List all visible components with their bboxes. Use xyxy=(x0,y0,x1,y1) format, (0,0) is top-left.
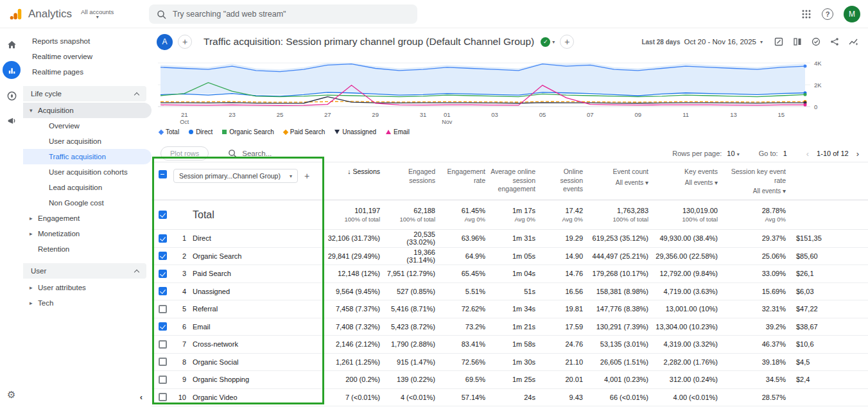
date-range-picker[interactable]: Last 28 days Oct 20 - Nov 16, 2025 ▾ xyxy=(641,38,763,46)
column-header-key-events[interactable]: Key eventsAll events ▾ xyxy=(652,162,722,187)
row-checkbox[interactable] xyxy=(159,305,167,313)
goto-page-input[interactable]: 1 xyxy=(783,150,787,157)
insights-icon[interactable] xyxy=(848,37,859,47)
sidebar-item-reports-snapshot[interactable]: Reports snapshot xyxy=(23,33,152,49)
metric-cell: 130,291 (7.39%) xyxy=(587,323,652,331)
collapse-sidebar-icon[interactable]: ‹ xyxy=(140,392,143,402)
column-header-event-count[interactable]: Event countAll events ▾ xyxy=(587,162,652,187)
row-checkbox[interactable] xyxy=(159,358,167,366)
sidebar-item-realtime-overview[interactable]: Realtime overview xyxy=(23,49,152,64)
column-header-revenue[interactable] xyxy=(790,162,868,168)
table-search-input[interactable]: Search... xyxy=(228,149,272,158)
global-search-input[interactable]: Try searching "add web stream" xyxy=(149,4,417,24)
add-report-icon[interactable]: + xyxy=(178,35,192,49)
sidebar-item-retention[interactable]: Retention xyxy=(23,241,152,257)
metric-cell: 9,564 (9.45%) xyxy=(325,288,384,295)
sidebar-item-user-attributes[interactable]: ▸User attributes xyxy=(23,280,152,295)
sidebar-item-traffic-acquisition[interactable]: Traffic acquisition xyxy=(23,149,152,164)
report-status-badge[interactable]: ✓ ▾ xyxy=(541,37,555,47)
column-header-online-session-events[interactable]: Online session events xyxy=(539,162,587,194)
add-comparison-icon[interactable]: + xyxy=(560,35,574,49)
table-row-organic-search[interactable]: 2Organic Search29,841 (29.49%)19,366 (31… xyxy=(152,248,868,266)
table-row-referral[interactable]: 5Referral7,458 (7.37%)5,416 (8.71%)72.62… xyxy=(152,300,868,318)
dimension-dropdown[interactable]: Session primary...Channel Group) ▾ xyxy=(173,169,298,183)
legend-item-direct[interactable]: Direct xyxy=(189,128,213,135)
sidebar-item-realtime-pages[interactable]: Realtime pages xyxy=(23,64,152,80)
rows-per-page-select[interactable]: 10 ▾ xyxy=(727,150,739,157)
row-checkbox[interactable] xyxy=(159,393,167,401)
column-header-engagement-rate[interactable]: Engagement rate xyxy=(439,162,489,185)
row-checkbox[interactable] xyxy=(159,340,167,349)
plot-rows-button[interactable]: Plot rows xyxy=(161,146,209,160)
sidebar-item-tech[interactable]: ▸Tech xyxy=(23,295,152,311)
row-checkbox[interactable] xyxy=(159,252,167,260)
table-row-organic-video[interactable]: 10Organic Video7 (<0.01%)4 (<0.01%)57.14… xyxy=(152,389,868,407)
metric-filter-dropdown[interactable]: All events ▾ xyxy=(654,178,718,187)
table-row-organic-social[interactable]: 8Organic Social1,261 (1.25%)915 (1.47%)7… xyxy=(152,354,868,372)
sidebar-item-non-google-cost[interactable]: Non Google cost xyxy=(23,195,152,211)
row-checkbox[interactable] xyxy=(159,270,167,278)
table-search-placeholder: Search... xyxy=(242,150,272,157)
metric-cell: 49,930.00 (38.4%) xyxy=(652,234,722,242)
table-header: Session primary...Channel Group) ▾ + ↓ S… xyxy=(152,162,868,200)
legend-marker xyxy=(334,130,340,134)
table-row-unassigned[interactable]: 4Unassigned9,564 (9.45%)527 (0.85%)5.51%… xyxy=(152,283,868,301)
sidebar-item-acquisition[interactable]: ▾Acquisition xyxy=(23,103,152,118)
sidebar-item-user-acquisition[interactable]: User acquisition xyxy=(23,134,152,149)
customize-report-icon[interactable] xyxy=(774,37,784,47)
account-switcher[interactable]: All accounts ▾ xyxy=(81,8,114,19)
comparison-icon[interactable] xyxy=(792,37,803,47)
section-life-cycle[interactable]: Life cycle xyxy=(23,86,146,101)
column-header-average-online-session-engagement[interactable]: Average online session engagement xyxy=(489,162,539,194)
column-header-engaged-sessions[interactable]: Engaged sessions xyxy=(384,162,439,185)
admin-gear-icon[interactable]: ⚙ xyxy=(7,389,15,401)
table-row-email[interactable]: 6Email7,408 (7.32%)5,423 (8.72%)73.2%1m … xyxy=(152,318,868,336)
home-icon[interactable] xyxy=(3,36,20,53)
column-header-session-key-event-rate[interactable]: Session key event rateAll events ▾ xyxy=(722,162,790,195)
row-checkbox[interactable] xyxy=(159,376,167,384)
table-row-cross-network[interactable]: 7Cross-network2,146 (2.12%)1,790 (2.88%)… xyxy=(152,336,868,354)
legend-item-email[interactable]: Email xyxy=(386,128,410,135)
total-cell: 62,188100% of total xyxy=(384,207,439,223)
prev-page-icon[interactable]: ‹ xyxy=(804,149,812,159)
sidebar-item-overview[interactable]: Overview xyxy=(23,118,152,134)
legend-item-organic-search[interactable]: Organic Search xyxy=(222,128,273,135)
data-quality-icon[interactable] xyxy=(811,37,821,47)
metric-cell: $4,5 xyxy=(790,358,868,366)
table-total-row: Total 101,197100% of total62,188100% of … xyxy=(152,200,868,230)
legend-marker xyxy=(386,130,391,134)
row-checkbox[interactable] xyxy=(159,234,167,243)
next-page-icon[interactable]: › xyxy=(854,149,862,159)
legend-item-unassigned[interactable]: Unassigned xyxy=(334,128,376,135)
section-user[interactable]: User xyxy=(23,263,146,279)
select-all-checkbox[interactable] xyxy=(159,170,167,178)
share-icon[interactable] xyxy=(829,37,840,47)
table-row-direct[interactable]: 1Direct32,106 (31.73%)20,535 (33.02%)63.… xyxy=(152,230,868,248)
account-badge[interactable]: A xyxy=(157,34,173,50)
sidebar-item-engagement[interactable]: ▸Engagement xyxy=(23,211,152,226)
explore-icon[interactable] xyxy=(3,87,20,104)
total-row-checkbox[interactable] xyxy=(159,211,167,219)
metric-cell: 200 (0.2%) xyxy=(325,376,384,383)
row-checkbox[interactable] xyxy=(159,322,167,331)
avatar[interactable]: M xyxy=(844,6,860,22)
column-header-sessions[interactable]: ↓ Sessions xyxy=(325,162,384,177)
table-row-organic-shopping[interactable]: 9Organic Shopping200 (0.2%)139 (0.22%)69… xyxy=(152,371,868,389)
report-header: A + Traffic acquisition: Session primary… xyxy=(152,28,868,55)
sidebar-item-lead-acquisition[interactable]: Lead acquisition xyxy=(23,180,152,195)
advertising-icon[interactable] xyxy=(3,112,20,129)
table-row-paid-search[interactable]: 3Paid Search12,148 (12%)7,951 (12.79%)65… xyxy=(152,265,868,283)
total-cell: 28.78%Avg 0% xyxy=(722,207,790,223)
legend-item-paid-search[interactable]: Paid Search xyxy=(284,128,325,135)
sidebar-item-user-acquisition-cohorts[interactable]: User acquisition cohorts xyxy=(23,164,152,180)
help-icon[interactable]: ? xyxy=(822,8,833,20)
metric-filter-dropdown[interactable]: All events ▾ xyxy=(723,187,786,195)
sidebar-item-monetization[interactable]: ▸Monetization xyxy=(23,226,152,241)
reports-icon[interactable] xyxy=(3,61,21,79)
row-checkbox[interactable] xyxy=(159,287,167,295)
metric-filter-dropdown[interactable]: All events ▾ xyxy=(588,178,648,187)
legend-item-total[interactable]: Total xyxy=(159,128,179,135)
row-number: 10 xyxy=(173,394,193,401)
apps-grid-icon[interactable] xyxy=(801,9,812,19)
add-dimension-icon[interactable]: + xyxy=(304,171,309,181)
